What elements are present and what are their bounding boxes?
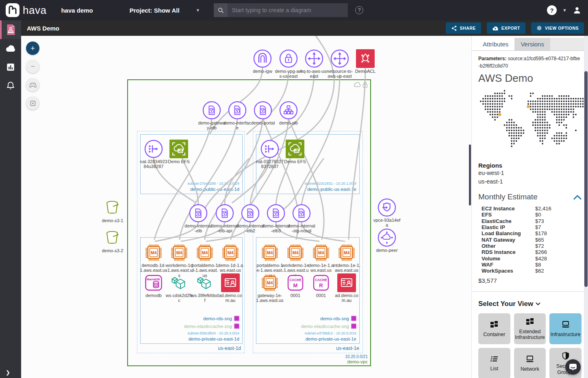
diagram-node-nat[interactable]: nat-032783278372837 <box>256 140 284 169</box>
elb-icon <box>241 204 260 223</box>
diagram-node-elb[interactable]: demo-interface <box>223 101 251 131</box>
estimate-row: Elastic IP$7 <box>482 224 581 230</box>
diagram-node-nat[interactable]: nat-3283492384u38287 <box>140 140 167 169</box>
panel-scrollbar-thumb[interactable] <box>584 71 588 287</box>
security-group-label[interactable]: demo-rds-sng <box>320 316 356 321</box>
diagram-node-m4[interactable]: M4workdemo-1d-1.aws.east.us <box>165 243 193 278</box>
view-button-list[interactable]: List <box>478 348 510 378</box>
diagram-node-vpn[interactable]: demo-vpg-aws-us-east <box>275 49 302 79</box>
user-icon[interactable] <box>573 6 581 15</box>
sidebar-item-diagrams[interactable] <box>0 20 21 39</box>
account-chevron-icon[interactable]: ▼ <box>562 8 567 13</box>
diagram-node-elb[interactable]: demo-gateway-elb <box>198 101 226 131</box>
diagram-node-directory[interactable]: ad.demo.com.au <box>217 273 244 303</box>
estimate-row: WorkSpaces$62 <box>482 268 581 274</box>
estimate-table: EC2 Instance$2,416EFS$0ElastiCache$73Ela… <box>482 205 581 274</box>
diagram-canvas[interactable]: + − 10.20.0.0/21 demo-vpc us-east-1d us-… <box>21 36 471 378</box>
diagram-node-elb[interactable]: demo-internal-elb2 <box>237 204 264 234</box>
collapse-chevron-icon[interactable] <box>573 194 581 200</box>
diagram-node-peering[interactable]: demo-peer <box>373 228 401 253</box>
diagram-node-m4[interactable]: M4demo-1d-1.aws.east.us <box>217 243 244 273</box>
share-button[interactable]: SHARE <box>446 22 481 34</box>
project-selector[interactable]: Project: Show All ▼ <box>130 7 200 14</box>
estimate-row: ElastiCache$73 <box>482 218 581 224</box>
panel-scrollbar[interactable] <box>584 36 588 378</box>
snapshot-button[interactable] <box>26 96 39 110</box>
diagram-node-elb[interactable]: demo-internal-elb3 <box>262 204 290 234</box>
diagram-node-efs[interactable]: Demo EFS <box>165 140 193 164</box>
search-icon[interactable] <box>214 3 228 17</box>
view-button-infrastructure[interactable]: Infrastructure <box>549 313 581 344</box>
sidebar-expand-icon[interactable]: ❯ <box>0 369 21 376</box>
estimate-row: WAF$8 <box>482 262 581 268</box>
view-button-container[interactable]: Container <box>478 313 510 344</box>
diagram-node-acl[interactable]: DemoACL <box>351 49 379 74</box>
search-help-icon[interactable]: ? <box>355 6 363 14</box>
security-group-label[interactable]: demo-elasticcache-sng <box>301 323 356 329</box>
diagram-title: AWS Demo <box>27 25 59 32</box>
efs-icon <box>286 140 304 158</box>
diagram-node-elb[interactable]: demo-internal-elb <box>184 204 212 234</box>
diagram-node-cgw[interactable]: netsource-to-aws-us-east <box>326 49 354 79</box>
export-button[interactable]: EXPORT <box>487 22 525 34</box>
diagram-node-directory[interactable]: ad.demo.com.au <box>333 273 360 303</box>
efs-icon <box>169 140 188 158</box>
diagram-node-elb[interactable]: demo-portal <box>249 101 277 125</box>
view-button-network[interactable]: Network <box>514 348 546 378</box>
diagram-node-efs[interactable]: Demo EFS <box>281 140 309 164</box>
tab-attributes[interactable]: Attributes <box>477 38 514 50</box>
node-label: demo-s3-2 <box>99 248 126 253</box>
sng-badge-icon <box>351 323 356 329</box>
diagram-node-m4[interactable]: M4demodb-1d-1.aws.east.us <box>140 243 167 273</box>
world-map <box>478 89 588 156</box>
panel-tabs: Attributes Versions <box>472 38 588 51</box>
diagram-node-elb[interactable]: demo-internal-elb-api <box>211 204 239 234</box>
view-options-button[interactable]: VIEW OPTIONS <box>531 22 584 34</box>
canvas-scrollbar-thumb[interactable] <box>469 144 471 205</box>
top-navbar: hava hava demo Project: Show All ▼ ? ? ▼ <box>0 0 588 20</box>
sng-badge-icon <box>234 323 239 329</box>
hava-logo[interactable]: hava <box>6 3 46 17</box>
security-group-label[interactable]: demo-rds-sng <box>203 316 239 321</box>
pan-controller-button[interactable] <box>26 78 39 92</box>
sidebar-item-environments[interactable] <box>0 39 21 58</box>
diagram-node-m4[interactable]: M4demo-1e-1.aws.east.us <box>307 243 335 273</box>
diagram-node-alb[interactable]: demo-alb <box>275 101 302 125</box>
diagram-node-elb[interactable]: demo-internal-stg-nosql <box>288 204 315 234</box>
svg-text:M4: M4 <box>228 250 234 255</box>
laptop-icon <box>560 320 571 330</box>
zoom-out-button[interactable]: − <box>26 60 39 73</box>
chat-widget-button[interactable] <box>565 359 581 375</box>
sidebar-item-alerts[interactable] <box>0 76 21 95</box>
diagram-node-s3[interactable]: demo-s3-2 <box>99 229 126 253</box>
diagram-node-m4[interactable]: M4portaldemo-1d-1.aws.east.us <box>191 243 219 278</box>
diagram-node-m4[interactable]: M4gateway-1e-1.aws.east.us <box>256 273 284 303</box>
diagram-node-mariadb[interactable]: MariaDBdemodb <box>140 273 167 298</box>
diagram-search <box>214 3 348 17</box>
node-label: intdemo-1e-1.aws.east.us <box>333 263 360 273</box>
chevron-down-icon[interactable] <box>536 302 540 306</box>
svg-text:M4: M4 <box>202 250 208 255</box>
view-button-extended-infrastructure[interactable]: Extended Infrastructure <box>514 313 546 344</box>
diagram-node-cache[interactable]: CACHEM0001 <box>282 273 309 298</box>
node-label: netsource-to-aws-us-east <box>326 69 354 79</box>
diagram-node-s3[interactable]: demo-s3-1 <box>99 199 126 223</box>
tab-versions[interactable]: Versions <box>514 38 550 50</box>
svg-text:M4: M4 <box>344 250 350 255</box>
diagram-node-cgw[interactable]: hq-to-aws-us-east <box>300 49 328 79</box>
diagram-node-m4[interactable]: M4portaldemo-1e-1.aws.east.us <box>256 243 284 278</box>
diagram-node-m4[interactable]: M4workdemo-1e-1.aws.east.us <box>282 243 309 278</box>
search-input[interactable] <box>228 7 348 13</box>
diagram-node-cache[interactable]: CACHER0001 <box>307 273 335 298</box>
sidebar-item-reports[interactable] <box>0 58 21 76</box>
security-group-label[interactable]: demo-elasticcache-sng <box>184 323 239 329</box>
diagram-node-igw[interactable]: demo-igw <box>249 49 276 74</box>
diagram-node-workspaces[interactable]: ws-cdsk2d2fkc <box>165 273 193 303</box>
chat-bubble-icon <box>569 363 577 371</box>
zoom-in-button[interactable]: + <box>26 42 39 55</box>
diagram-node-vpce[interactable]: vpce-93a14efa <box>373 198 401 228</box>
estimate-row: Load Balancing$178 <box>482 230 581 236</box>
diagram-node-m4[interactable]: M4intdemo-1e-1.aws.east.us <box>333 243 360 273</box>
help-icon[interactable]: ? <box>547 5 557 15</box>
diagram-node-workspaces[interactable]: ws-39fefkfdsdf <box>191 273 219 303</box>
